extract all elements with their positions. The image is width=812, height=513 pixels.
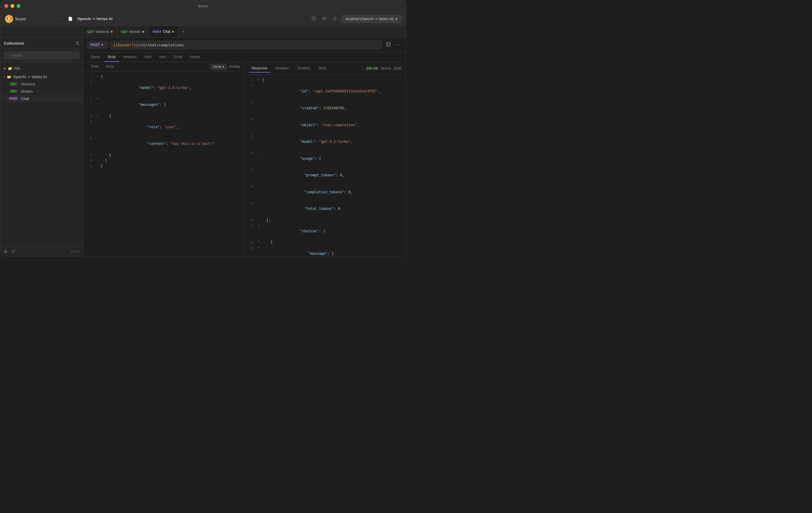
resp-line-11: 11 ▾ "choices": [: [245, 223, 406, 240]
search-wrapper: 🔍: [4, 52, 79, 59]
resp-line-4: 4 "object": "chat.completion",: [245, 117, 406, 133]
collection-openai-vertex-label: OpenAI -> Vertex AI: [13, 74, 47, 79]
logo-area: 🐶 bruno ···: [5, 15, 63, 23]
new-tab-button[interactable]: +: [178, 26, 188, 37]
folder-icon: 📁: [8, 66, 12, 70]
save-icon[interactable]: [385, 40, 392, 49]
tab-body[interactable]: Body: [105, 53, 119, 62]
response-body: 1 ▾ { 2 "id": "cmpl-3a3fb96899211b2e014c…: [245, 75, 406, 256]
svg-point-1: [322, 17, 326, 20]
app-name: bruno: [16, 17, 26, 21]
format-chevron-icon: ▾: [223, 65, 224, 69]
top-bar-right: localhost (OpenAI -> Vertex AI) ▾: [310, 15, 401, 23]
collection-openai-vertex-header[interactable]: ▾ 📂 OpenAI -> Vertex AI: [0, 73, 83, 81]
maximize-button[interactable]: [17, 4, 21, 8]
json-format-dropdown[interactable]: JSON ▾: [210, 64, 227, 70]
download-icon: ↓: [362, 66, 364, 70]
code-line-2: 2 "model": "gpt-3.5-turbo",: [83, 80, 244, 96]
method-badge-get-versions: GET: [8, 82, 18, 86]
close-button[interactable]: [4, 4, 8, 8]
minimize-button[interactable]: [10, 4, 14, 8]
request-panel: Tests Docs JSON ▾ Prettify: [83, 62, 245, 256]
footer-settings-icon[interactable]: ⚙: [4, 249, 7, 254]
tab-label-chat: Chat: [163, 30, 170, 34]
code-line-6: 6 "content": "Say this is a test!": [83, 135, 244, 152]
method-label: POST: [90, 43, 100, 47]
resp-line-2: 2 "id": "cmpl-3a3fb96899211b2e014c9f57",: [245, 83, 406, 100]
tab-vars[interactable]: Vars: [155, 53, 170, 62]
environment-dropdown[interactable]: localhost (OpenAI -> Vertex AI) ▾: [342, 15, 401, 23]
tab-timeline[interactable]: Timeline: [294, 64, 313, 72]
sidebar-header: Collections ⇅: [0, 38, 83, 49]
sort-icon[interactable]: ⇅: [76, 40, 79, 46]
tab-response[interactable]: Response: [249, 64, 270, 72]
resp-line-9: 9 "total_tokens": 0: [245, 201, 406, 217]
sidebar: Collections ⇅ 🔍 ▶ 📁 Nils: [0, 38, 83, 256]
tab-query[interactable]: Query: [87, 53, 104, 62]
url-path: /v1/chat/completions: [138, 43, 184, 47]
tab-docs[interactable]: Docs: [103, 62, 117, 71]
app-logo: 🐶: [5, 15, 13, 23]
response-tabs-bar: Response Headers Timeline Tests ↓ 200 OK…: [245, 62, 406, 75]
send-icon[interactable]: →: [394, 40, 402, 49]
method-badge-post-chat: POST: [8, 97, 19, 100]
resp-line-12: 12 ▾ {: [245, 240, 406, 245]
plus-icon: +: [182, 29, 184, 34]
app-menu-button[interactable]: ···: [59, 16, 63, 22]
footer-history-icon[interactable]: ⏱: [11, 249, 15, 254]
request-tabs: Query Body Headers Auth Vars Script Asse…: [83, 53, 406, 62]
traffic-lights: [4, 4, 21, 8]
sidebar-content: ▶ 📁 Nils ▾ 📂 OpenAI -> Vertex AI GET Ver…: [0, 62, 83, 246]
caret-right-icon: ▶: [4, 67, 6, 70]
folder-open-icon: 📂: [7, 75, 11, 79]
tab-models[interactable]: GET Models: [117, 26, 148, 37]
tab-auth[interactable]: Auth: [141, 53, 155, 62]
tab-dot-models: [142, 31, 144, 33]
logo-emoji: 🐶: [7, 17, 12, 21]
tab-versions[interactable]: GET Versions: [83, 26, 117, 37]
svg-point-3: [334, 18, 336, 19]
resp-line-10: 10 },: [245, 217, 406, 223]
main-panel: POST ▾ {{baseUrl}}/v1/chat/completions →: [83, 38, 406, 256]
prettify-button[interactable]: Prettify: [229, 65, 240, 69]
url-display[interactable]: {{baseUrl}}/v1/chat/completions: [110, 41, 382, 49]
response-panel: Response Headers Timeline Tests ↓ 200 OK…: [245, 62, 406, 256]
resp-line-5: 5 "model": "gpt-3.5-turbo",: [245, 133, 406, 150]
run-icon[interactable]: [310, 15, 317, 23]
resp-line-7: 7 "prompt_tokens": 0,: [245, 167, 406, 184]
url-variable: {{baseUrl}}: [113, 43, 138, 47]
svg-point-2: [324, 18, 325, 19]
code-line-8: 8 ]: [83, 158, 244, 163]
title-bar: bruno: [0, 0, 406, 12]
sidebar-item-chat[interactable]: POST Chat: [0, 95, 83, 102]
search-input[interactable]: [4, 52, 79, 59]
method-chevron-icon: ▾: [101, 43, 103, 47]
top-bar: 🐶 bruno ··· 📄 OpenAI -> Vertex AI: [0, 12, 406, 26]
svg-rect-6: [387, 44, 390, 46]
request-body-editor[interactable]: 1 ▾ { 2 "model": "gpt-3.5-turbo",: [83, 72, 244, 256]
url-actions: →: [385, 40, 402, 49]
tab-script[interactable]: Script: [170, 53, 186, 62]
collection-nils-header[interactable]: ▶ 📁 Nils: [0, 65, 83, 72]
tab-response-tests[interactable]: Tests: [315, 64, 329, 72]
tab-response-headers[interactable]: Headers: [273, 64, 292, 72]
resp-line-3: 3 "created": 1702548795,: [245, 100, 406, 117]
caret-down-icon: ▾: [4, 75, 5, 79]
format-label: JSON: [213, 65, 221, 68]
settings-icon[interactable]: [331, 15, 338, 23]
format-area: JSON ▾ Prettify: [210, 64, 240, 70]
status-code: 200 OK: [366, 66, 378, 70]
resp-line-6: 6 ▾ "usage": {: [245, 150, 406, 167]
sidebar-item-models[interactable]: GET Models: [0, 88, 83, 95]
tab-chat[interactable]: POST Chat: [148, 26, 178, 37]
tab-headers[interactable]: Headers: [120, 53, 140, 62]
tab-tests[interactable]: Tests: [87, 62, 103, 71]
response-time: 955ms: [381, 66, 391, 70]
sidebar-item-versions[interactable]: GET Versions: [0, 81, 83, 88]
code-line-9: 9 }: [83, 163, 244, 169]
tab-assert[interactable]: Assert: [187, 53, 204, 62]
method-dropdown[interactable]: POST ▾: [87, 41, 108, 49]
tab-method-get-models: GET: [121, 30, 128, 33]
chevron-down-icon: ▾: [396, 17, 397, 21]
eye-icon[interactable]: [321, 15, 328, 23]
